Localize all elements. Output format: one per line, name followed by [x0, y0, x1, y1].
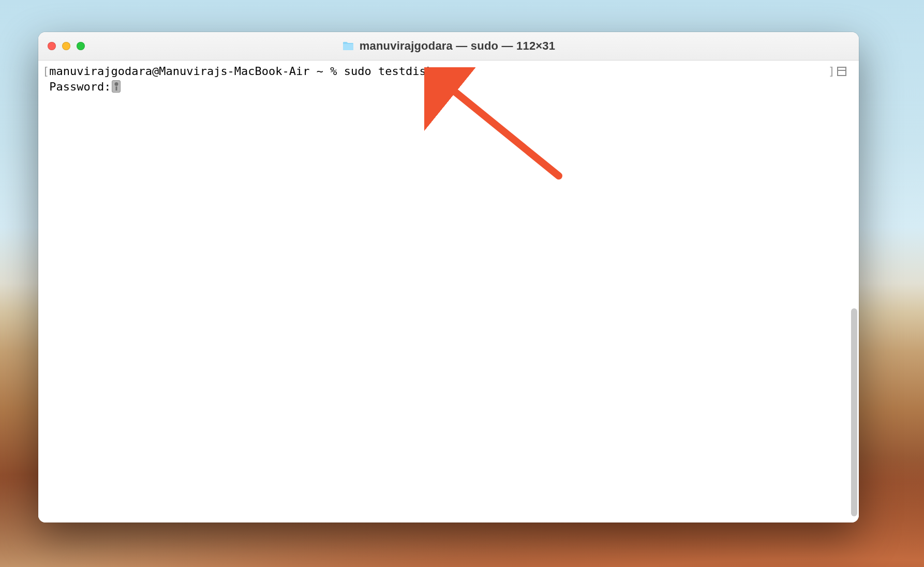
line-end-indicator: ] [828, 64, 846, 79]
shell-prompt: manuvirajgodara@Manuvirajs-MacBook-Air ~… [49, 65, 344, 78]
window-titlebar[interactable]: manuvirajgodara — sudo — 112×31 [38, 32, 859, 61]
terminal-window: manuvirajgodara — sudo — 112×31 [manuvir… [38, 32, 859, 523]
close-button[interactable] [48, 42, 56, 50]
zoom-button[interactable] [77, 42, 85, 50]
password-line: Password: [42, 79, 855, 95]
traffic-lights [48, 42, 85, 50]
terminal-content[interactable]: [manuvirajgodara@Manuvirajs-MacBook-Air … [38, 61, 859, 523]
minimize-button[interactable] [62, 42, 70, 50]
key-icon [112, 80, 121, 93]
pane-indicator-icon [837, 67, 846, 76]
entered-command: sudo testdisk [344, 65, 433, 78]
prompt-line: [manuvirajgodara@Manuvirajs-MacBook-Air … [42, 64, 855, 79]
scrollbar[interactable] [850, 60, 859, 523]
folder-icon [342, 41, 354, 51]
window-title-text: manuvirajgodara — sudo — 112×31 [360, 39, 556, 53]
password-label: Password: [49, 80, 111, 93]
right-bracket: ] [828, 64, 835, 79]
window-title: manuvirajgodara — sudo — 112×31 [38, 39, 859, 53]
scrollbar-thumb[interactable] [851, 308, 857, 516]
